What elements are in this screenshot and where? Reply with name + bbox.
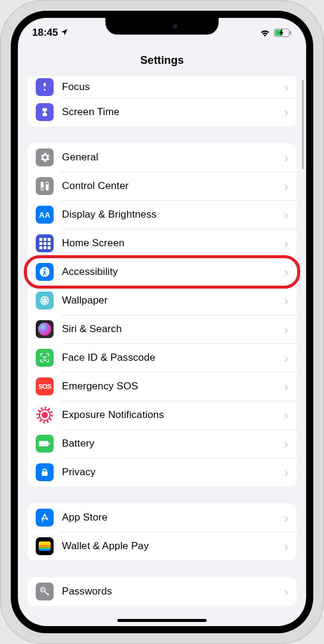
chevron-right-icon: › [284, 585, 288, 599]
wifi-icon [260, 29, 270, 37]
home-indicator[interactable] [117, 619, 207, 622]
settings-row-passwords[interactable]: Passwords › [27, 577, 297, 606]
row-label: Siri & Search [62, 323, 284, 335]
row-label: General [62, 151, 284, 163]
row-label: Passwords [62, 586, 284, 597]
row-label: Focus [62, 81, 284, 93]
chevron-right-icon: › [284, 466, 288, 479]
svg-rect-19 [49, 442, 50, 445]
status-time: 18:45 [32, 27, 58, 39]
control-center-icon [36, 177, 54, 195]
row-label: Exposure Notifications [62, 409, 284, 421]
settings-row-wallpaper[interactable]: Wallpaper › [27, 286, 297, 315]
svg-rect-21 [42, 472, 48, 476]
settings-group: General › Control Center › AA Display & … [27, 143, 297, 487]
svg-rect-2 [290, 31, 291, 35]
scroll-indicator[interactable] [302, 80, 304, 169]
chevron-right-icon: › [284, 294, 288, 308]
settings-list[interactable]: Focus › Screen Time › General [18, 76, 306, 626]
settings-row-screen-time[interactable]: Screen Time › [27, 98, 297, 126]
svg-point-23 [42, 589, 44, 591]
general-icon [36, 148, 54, 166]
row-label: Wallet & Apple Pay [62, 540, 284, 552]
row-label: Display & Brightness [62, 209, 284, 221]
chevron-right-icon: › [284, 380, 288, 394]
wallet-icon [36, 537, 54, 555]
screen-time-icon [36, 103, 54, 121]
settings-row-siri-search[interactable]: Siri & Search › [27, 315, 297, 343]
face-id-icon [36, 349, 54, 367]
chevron-right-icon: › [284, 437, 288, 451]
settings-row-control-center[interactable]: Control Center › [27, 172, 297, 200]
chevron-right-icon: › [284, 351, 288, 365]
settings-row-exposure-notifications[interactable]: Exposure Notifications › [27, 401, 297, 429]
row-label: Wallpaper [62, 295, 284, 306]
home-screen-icon [36, 234, 54, 252]
page-title: Settings [141, 54, 184, 67]
settings-row-display-brightness[interactable]: AA Display & Brightness › [27, 200, 297, 229]
location-icon [60, 28, 68, 38]
passwords-icon [36, 583, 54, 600]
phone-bezel: 18:45 Settin [11, 11, 313, 633]
settings-row-focus[interactable]: Focus › [27, 76, 297, 98]
settings-group: Passwords › [27, 577, 297, 606]
svg-point-17 [46, 357, 46, 357]
chevron-right-icon: › [284, 151, 288, 165]
chevron-right-icon: › [284, 106, 288, 119]
settings-row-accessibility[interactable]: Accessibility › [27, 258, 297, 286]
row-label: Face ID & Passcode [62, 352, 284, 364]
chevron-right-icon: › [284, 179, 288, 193]
chevron-right-icon: › [284, 408, 288, 422]
wallpaper-icon [36, 292, 54, 309]
accessibility-icon [36, 263, 54, 281]
settings-group: App Store › Wallet & Apple Pay › [27, 503, 297, 561]
screen: 18:45 Settin [18, 18, 306, 626]
nav-header: Settings [18, 44, 306, 76]
chevron-right-icon: › [284, 540, 288, 553]
row-label: Emergency SOS [62, 380, 284, 392]
row-label: Control Center [62, 180, 284, 192]
svg-point-3 [44, 89, 46, 91]
svg-point-12 [43, 299, 45, 301]
app-store-icon [36, 509, 54, 527]
row-label: Privacy [62, 466, 284, 478]
battery-charging-icon [274, 29, 292, 37]
svg-rect-18 [39, 441, 49, 446]
settings-row-general[interactable]: General › [27, 143, 297, 172]
sos-icon: SOS [36, 377, 54, 395]
settings-row-emergency-sos[interactable]: SOS Emergency SOS › [27, 372, 297, 401]
focus-icon [36, 78, 54, 96]
row-label: App Store [62, 512, 284, 524]
row-label: Battery [62, 438, 284, 450]
exposure-notifications-icon [36, 406, 54, 424]
settings-row-privacy[interactable]: Privacy › [27, 458, 297, 487]
battery-icon [36, 435, 54, 453]
chevron-right-icon: › [284, 265, 288, 279]
siri-icon [36, 320, 54, 338]
chevron-right-icon: › [284, 323, 288, 336]
chevron-right-icon: › [284, 511, 288, 525]
phone-frame: 18:45 Settin [0, 0, 324, 644]
privacy-icon [36, 463, 54, 481]
settings-row-app-store[interactable]: App Store › [27, 503, 297, 532]
settings-row-face-id-passcode[interactable]: Face ID & Passcode › [27, 343, 297, 372]
svg-point-8 [46, 182, 48, 185]
row-label: Screen Time [62, 106, 284, 118]
chevron-right-icon: › [284, 237, 288, 250]
notch [105, 18, 219, 35]
row-label: Home Screen [62, 237, 284, 249]
svg-point-16 [43, 357, 43, 357]
display-brightness-icon: AA [36, 206, 54, 224]
svg-point-6 [41, 187, 43, 190]
chevron-right-icon: › [284, 208, 288, 222]
chevron-right-icon: › [284, 80, 288, 94]
svg-point-10 [44, 268, 46, 270]
settings-row-battery[interactable]: Battery › [27, 429, 297, 458]
row-label: Accessibility [62, 266, 284, 278]
settings-row-home-screen[interactable]: Home Screen › [27, 229, 297, 258]
settings-group: Focus › Screen Time › [27, 76, 297, 126]
settings-row-wallet-apple-pay[interactable]: Wallet & Apple Pay › [27, 532, 297, 561]
